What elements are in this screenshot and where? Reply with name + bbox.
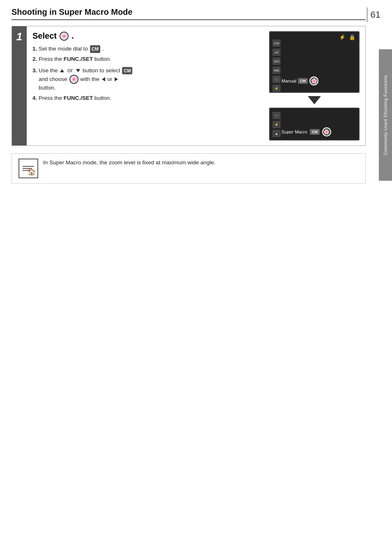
step-heading: Select 🌸 . [32, 31, 262, 41]
camera-menu-label: Manual [281, 78, 296, 83]
triangle-right-icon [115, 77, 118, 81]
triangle-up-icon [60, 69, 64, 72]
step4-num: 4. [32, 95, 37, 101]
step-container: 1 Select 🌸 . 1. Set the mode dial to CM [12, 26, 366, 146]
step-number-col: 1 [12, 26, 27, 145]
cam2-flower-btn: 🌸 [322, 127, 331, 136]
note-text: In Super Macro mode, the zoom level is f… [43, 159, 215, 167]
triangle-left-icon [102, 77, 105, 81]
step-list-item-4: 4. Press the FUNC./SET button. [32, 94, 262, 102]
step-body: Select 🌸 . 1. Set the mode dial to CM . [27, 26, 365, 145]
step-list-item-1: 1. Set the mode dial to CM . [32, 45, 262, 53]
sidebar-label-text: Commonly Used Shooting Functions [383, 75, 388, 155]
cam-icon-ev: ±0 [272, 48, 281, 56]
camera-menu-row: Manual CM 🌸 [281, 76, 356, 85]
cam-icon-cm: CM [272, 39, 281, 47]
cam2-menu-row: Super Macro CM 🌸 [281, 127, 356, 136]
lock-icon: 🔒 [349, 34, 355, 40]
flower-icon-step3: 🌸 [69, 75, 78, 84]
cam2-icon-fl: ⚡ [272, 121, 281, 128]
step-list-item-3: 3. Use the or button to select CM and ch… [32, 66, 262, 92]
step-heading-text: Select [32, 31, 57, 41]
funcset-bold-2: FUNC./SET [64, 95, 93, 101]
cam-icon-wb: WB [272, 67, 281, 74]
or-text: or [67, 67, 73, 74]
select-macro-icon: 🌸 [60, 32, 69, 41]
step2-num: 2. [32, 56, 37, 62]
cam2-menu-label: Super Macro [281, 129, 307, 134]
main-content: Shooting in Super Macro Mode 1 Select 🌸 … [0, 0, 377, 195]
step-number: 1 [16, 30, 22, 43]
cam2-left-icons: □ ⚡ ▲ [272, 112, 281, 137]
cm-mode-icon-1: CM [90, 45, 100, 53]
step-list: 1. Set the mode dial to CM . 2. Press th… [32, 45, 262, 103]
step-instructions: Select 🌸 . 1. Set the mode dial to CM . [32, 31, 262, 140]
cam2-icon-sq: □ [272, 112, 281, 119]
arrow-down-container [269, 96, 360, 104]
cam-icon-sq: □ [272, 76, 281, 83]
arrow-down-icon [308, 96, 321, 104]
note-line-1 [23, 166, 34, 167]
flash-icon: ⚡ [339, 34, 346, 40]
page-title: Shooting in Super Macro Mode [12, 7, 366, 20]
camera-flower-btn: 🌸 [309, 76, 318, 85]
triangle-down-icon [76, 69, 80, 72]
camera-ui-area: ⚡ 🔒 CM ±0 ISO WB □ ⚡ ▲ Ma [269, 31, 360, 140]
cam2-cm-btn: CM [310, 129, 320, 135]
cam-icon-iso: ISO [272, 58, 281, 65]
step-list-item-2: 2. Press the FUNC./SET button. [32, 55, 262, 63]
step3-num: 3. [32, 67, 37, 74]
cam-icon-fl: ⚡ [272, 85, 281, 92]
step1-num: 1. [32, 46, 37, 52]
camera-screen-1: ⚡ 🔒 CM ±0 ISO WB □ ⚡ ▲ Ma [269, 31, 360, 93]
camera-left-icons: CM ±0 ISO WB □ ⚡ ▲ [272, 39, 281, 93]
step-heading-period: . [71, 31, 74, 41]
cm-mode-icon-2: CM [122, 67, 132, 75]
cam2-icon-lv: ▲ [272, 130, 281, 137]
funcset-bold-1: FUNC./SET [64, 56, 93, 62]
sidebar-label: Commonly Used Shooting Functions [379, 49, 392, 181]
note-box: 🏠 In Super Macro mode, the zoom level is… [12, 153, 366, 184]
note-icon: 🏠 [18, 159, 38, 178]
camera-screen-2: □ ⚡ ▲ Super Macro CM 🌸 [269, 108, 360, 140]
camera-screen-top-icons: ⚡ 🔒 [339, 34, 355, 40]
note-icon-person: 🏠 [28, 168, 36, 176]
camera-cm-btn: CM [298, 78, 308, 84]
